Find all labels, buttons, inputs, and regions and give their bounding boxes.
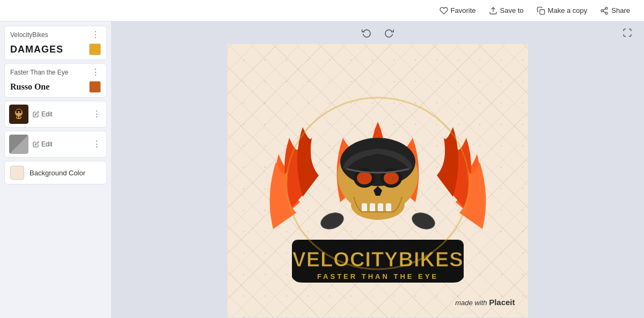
layer2-thumb-img bbox=[9, 135, 28, 154]
svg-rect-23 bbox=[378, 203, 383, 212]
card2-text-preview: Russo One bbox=[10, 82, 49, 92]
layer2-edit-button[interactable]: Edit bbox=[33, 140, 87, 148]
favorite-button[interactable]: Favorite bbox=[434, 4, 481, 18]
svg-text:VELOCITYBIKES: VELOCITYBIKES bbox=[292, 248, 463, 271]
svg-point-28 bbox=[409, 210, 437, 232]
svg-rect-12 bbox=[19, 116, 20, 118]
skull-icon bbox=[11, 107, 26, 122]
svg-line-5 bbox=[603, 11, 606, 13]
card1-menu-button[interactable]: ⋮ bbox=[90, 31, 101, 39]
card2-color-swatch[interactable] bbox=[89, 81, 101, 93]
fullscreen-button[interactable] bbox=[619, 26, 635, 40]
pencil-icon-2 bbox=[33, 141, 39, 147]
sidebar: VelocityBikes ⋮ DAMAGES Faster Than the … bbox=[0, 21, 111, 318]
card1-title: VelocityBikes bbox=[10, 31, 48, 39]
svg-rect-24 bbox=[386, 203, 391, 212]
image-layer-2: Edit ⋮ bbox=[4, 131, 107, 158]
card2-menu-button[interactable]: ⋮ bbox=[90, 68, 101, 77]
undo-icon bbox=[362, 28, 371, 38]
velocitybikes-logo: VELOCITYBIKES FASTER THAN THE EYE bbox=[249, 68, 507, 293]
svg-rect-11 bbox=[17, 116, 18, 118]
design-canvas[interactable]: VELOCITYBIKES FASTER THAN THE EYE made w… bbox=[228, 44, 528, 317]
svg-rect-1 bbox=[540, 10, 545, 14]
svg-rect-21 bbox=[362, 203, 367, 212]
svg-point-4 bbox=[605, 12, 608, 14]
layer1-menu-button[interactable]: ⋮ bbox=[91, 110, 102, 119]
card1-header: VelocityBikes ⋮ bbox=[10, 31, 101, 39]
svg-point-20 bbox=[384, 172, 399, 184]
svg-point-2 bbox=[605, 7, 608, 9]
fullscreen-icon bbox=[623, 28, 632, 38]
heart-icon bbox=[440, 6, 448, 15]
card2-title: Faster Than the Eye bbox=[10, 69, 69, 76]
background-color-label: Background Color bbox=[30, 169, 85, 177]
layer1-thumbnail bbox=[9, 105, 28, 124]
layer2-menu-button[interactable]: ⋮ bbox=[91, 140, 102, 149]
svg-point-10 bbox=[19, 111, 21, 113]
svg-point-19 bbox=[357, 172, 372, 184]
background-color-swatch bbox=[10, 166, 24, 180]
card2-header: Faster Than the Eye ⋮ bbox=[10, 68, 101, 77]
main-area: VelocityBikes ⋮ DAMAGES Faster Than the … bbox=[0, 21, 644, 318]
redo-icon bbox=[384, 28, 394, 38]
background-color-row[interactable]: Background Color bbox=[4, 161, 107, 184]
share-icon bbox=[600, 6, 609, 15]
logo-container: VELOCITYBIKES FASTER THAN THE EYE bbox=[228, 44, 528, 317]
text-layer-card-2: Faster Than the Eye ⋮ Russo One bbox=[4, 63, 107, 98]
card2-preview-row: Russo One bbox=[10, 81, 101, 93]
layer2-thumbnail bbox=[9, 135, 28, 154]
pencil-icon bbox=[33, 111, 39, 117]
card1-preview-row: DAMAGES bbox=[10, 43, 101, 55]
copy-icon bbox=[537, 6, 545, 15]
svg-point-27 bbox=[318, 210, 346, 232]
card1-color-swatch[interactable] bbox=[89, 43, 101, 55]
image-layer-1: Edit ⋮ bbox=[4, 101, 107, 128]
redo-button[interactable] bbox=[381, 26, 397, 40]
top-bar: Favorite Save to Make a copy Share bbox=[0, 0, 644, 21]
save-icon bbox=[489, 6, 497, 15]
canvas-toolbar bbox=[111, 21, 644, 44]
svg-point-9 bbox=[16, 111, 18, 113]
make-copy-button[interactable]: Make a copy bbox=[531, 4, 593, 18]
toolbar-right bbox=[619, 26, 635, 40]
watermark: made with Placeit bbox=[455, 298, 515, 307]
undo-button[interactable] bbox=[358, 26, 375, 40]
svg-rect-22 bbox=[370, 203, 375, 212]
layer1-edit-button[interactable]: Edit bbox=[33, 110, 87, 118]
card1-text-preview: DAMAGES bbox=[10, 44, 63, 55]
canvas-area: VELOCITYBIKES FASTER THAN THE EYE made w… bbox=[111, 21, 644, 318]
share-button[interactable]: Share bbox=[595, 4, 635, 18]
text-layer-card-1: VelocityBikes ⋮ DAMAGES bbox=[4, 26, 107, 60]
svg-line-6 bbox=[603, 9, 606, 10]
save-to-button[interactable]: Save to bbox=[484, 4, 529, 18]
svg-text:FASTER THAN THE EYE: FASTER THAN THE EYE bbox=[317, 272, 438, 280]
svg-point-8 bbox=[16, 116, 21, 119]
svg-point-3 bbox=[601, 10, 603, 12]
